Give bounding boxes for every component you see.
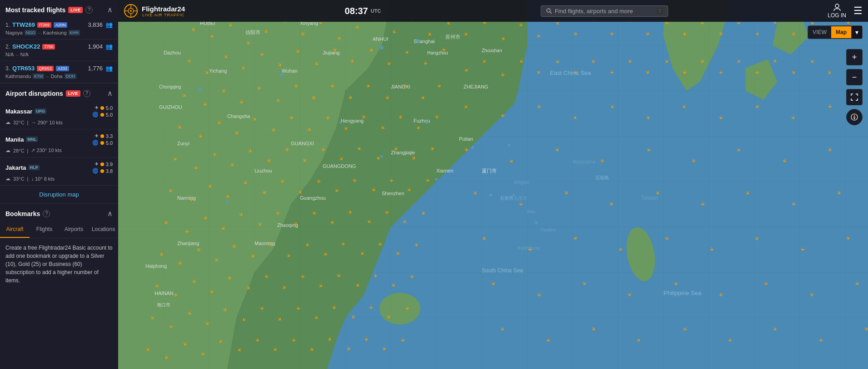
compass-button[interactable]: [846, 109, 863, 125]
svg-line-361: [550, 12, 552, 14]
svg-marker-364: [853, 114, 855, 117]
svg-text:✈: ✈: [177, 261, 183, 266]
login-button[interactable]: LOG IN: [828, 3, 846, 19]
disruptions-help-icon[interactable]: ?: [83, 90, 90, 97]
svg-text:✈: ✈: [518, 202, 524, 207]
search-input[interactable]: [555, 8, 654, 15]
svg-text:GUANGXI: GUANGXI: [291, 141, 314, 146]
svg-text:Changsha: Changsha: [227, 113, 250, 119]
flight-badge2-1: A20N: [54, 22, 68, 28]
svg-text:✈: ✈: [259, 52, 265, 57]
svg-text:ZHEJIANG: ZHEJIANG: [464, 84, 488, 89]
fullscreen-button[interactable]: [846, 89, 863, 105]
svg-marker-365: [853, 117, 855, 120]
svg-text:✈: ✈: [209, 34, 215, 39]
bookmarks-help-icon[interactable]: ?: [43, 210, 50, 217]
fullscreen-icon: [850, 93, 858, 101]
tab-locations[interactable]: Locations: [89, 221, 118, 238]
view-map-active[interactable]: Map: [831, 26, 851, 38]
svg-text:✈: ✈: [499, 73, 506, 77]
svg-text:GUANGDONG: GUANGDONG: [323, 163, 356, 169]
svg-point-360: [547, 9, 550, 12]
svg-text:Hualien: Hualien: [541, 227, 556, 232]
svg-text:Zhanjiang: Zhanjiang: [177, 241, 199, 246]
zoom-in-button[interactable]: +: [846, 49, 863, 65]
svg-text:Miyazojima: Miyazojima: [573, 159, 595, 164]
tab-airports[interactable]: Airports: [59, 221, 89, 238]
logo-subtitle: LIVE AIR TRAFFIC: [142, 13, 185, 17]
map-container[interactable]: 信阳市 HUBEI Xinyang Dazhou Chongqing Yicha…: [118, 0, 868, 369]
sidebar: Most tracked flights LIVE ? ∧ 1. TTW269 …: [0, 0, 118, 369]
flightradar-logo-icon: [124, 4, 138, 18]
logo-text: Flightradar24: [142, 5, 185, 13]
view-toggle: VIEW Map ▾: [808, 25, 863, 39]
from-code-1: NGO: [25, 30, 37, 35]
flight-rank-2: 2.: [5, 44, 10, 50]
view-dropdown-btn[interactable]: ▾: [851, 26, 862, 39]
map-svg: 信阳市 HUBEI Xinyang Dazhou Chongqing Yicha…: [118, 0, 868, 369]
svg-point-79: [426, 121, 429, 124]
disruptions-collapse-btn[interactable]: ∧: [107, 89, 113, 98]
svg-text:✈: ✈: [163, 355, 170, 360]
zoom-out-button[interactable]: −: [846, 69, 863, 85]
svg-text:✈: ✈: [172, 293, 179, 297]
flight-route-1: Nagoya NGO – Kaohsiung KHH: [5, 30, 113, 35]
manila-score2: 🌀 5.0: [92, 140, 113, 146]
most-tracked-title: Most tracked flights: [5, 6, 65, 14]
svg-text:海口市: 海口市: [157, 302, 170, 307]
bookmarks-header: Bookmarks ? ∧: [0, 204, 118, 221]
flight-badge1-2: 7700: [42, 44, 55, 49]
svg-point-74: [198, 88, 202, 91]
makassar-weather: ☁ 32°C | → 290° 10 kts: [5, 119, 113, 125]
disruptions-live-badge: LIVE: [66, 90, 80, 97]
flight-rank-3: 3.: [5, 65, 10, 72]
svg-text:✈: ✈: [527, 247, 533, 252]
flight-badge1-3: QR653: [37, 66, 54, 71]
flight-item-2[interactable]: 2. SHOCK22 7700 1,904 👥 N/A – N/A: [0, 39, 118, 61]
svg-point-87: [489, 194, 492, 197]
flight-route-3: Kathmandu KTM – Doha DOH: [5, 74, 113, 79]
makassar-score1: ✈ 5.0: [95, 105, 113, 111]
tab-flights[interactable]: Flights: [30, 221, 59, 238]
search-bar[interactable]: 7: [541, 5, 668, 17]
login-label: LOG IN: [828, 12, 846, 19]
disruption-item-manila[interactable]: Manila MNL ✈ 3.3 🌀 5.0 ☁ 28°C | ↗ 230°: [0, 129, 118, 157]
most-tracked-collapse-btn[interactable]: ∧: [107, 5, 113, 14]
bookmarks-collapse-btn[interactable]: ∧: [107, 209, 113, 218]
from-city-1: Nagoya: [5, 30, 23, 35]
menu-button[interactable]: ☰: [853, 5, 863, 17]
svg-text:Guangzhou: Guangzhou: [300, 195, 326, 201]
people-icon-1: 👥: [105, 21, 113, 28]
flight-item-1[interactable]: 1. TTW269 IT269 A20N 3,836 👥 Nagoya NGO …: [0, 18, 118, 39]
disruption-item-makassar[interactable]: Makassar UPG ✈ 5.0 🌀 5.0 ☁ 32°C | → 29: [0, 101, 118, 129]
svg-text:✈: ✈: [184, 229, 190, 234]
from-city-2: N/A: [5, 52, 14, 57]
svg-text:Xiamen: Xiamen: [436, 168, 453, 173]
svg-text:✈: ✈: [168, 325, 174, 329]
people-icon-2: 👥: [105, 43, 113, 50]
most-tracked-live-badge: LIVE: [68, 7, 83, 13]
right-controls: LOG IN ☰: [828, 3, 863, 19]
disruption-map-link[interactable]: Disruption map: [0, 186, 118, 203]
svg-point-362: [835, 4, 839, 8]
logo-area: Flightradar24 LIVE AIR TRAFFIC: [124, 4, 185, 18]
svg-point-85: [535, 221, 538, 224]
svg-text:✈: ✈: [363, 337, 369, 342]
svg-text:✈: ✈: [754, 32, 760, 36]
svg-text:✈: ✈: [384, 210, 390, 215]
airport-name-jakarta: Jakarta HLP: [5, 164, 40, 171]
most-tracked-help-icon[interactable]: ?: [85, 6, 93, 14]
top-bar: Flightradar24 LIVE AIR TRAFFIC 08:37 UTC…: [118, 0, 868, 22]
svg-text:厦门市: 厦门市: [482, 168, 497, 173]
logo-wrap: Flightradar24 LIVE AIR TRAFFIC: [142, 5, 185, 17]
flight-item-3[interactable]: 3. QTR653 QR653 A333 1,776 👥 Kathmandu K…: [0, 61, 118, 83]
from-city-3: Kathmandu: [5, 74, 31, 79]
tab-aircraft[interactable]: Aircraft: [0, 221, 30, 238]
svg-text:Putian: Putian: [459, 136, 473, 142]
disruption-item-jakarta[interactable]: Jakarta HLP ✈ 3.9 🌀 3.8 ☁ 33°C | ↓ 10°: [0, 157, 118, 186]
svg-text:✈: ✈: [377, 242, 383, 246]
jakarta-score2: 🌀 3.8: [92, 168, 113, 174]
svg-text:名護市: 名護市: [514, 196, 527, 201]
svg-point-82: [435, 178, 438, 181]
svg-text:Chongqing: Chongqing: [159, 84, 181, 89]
